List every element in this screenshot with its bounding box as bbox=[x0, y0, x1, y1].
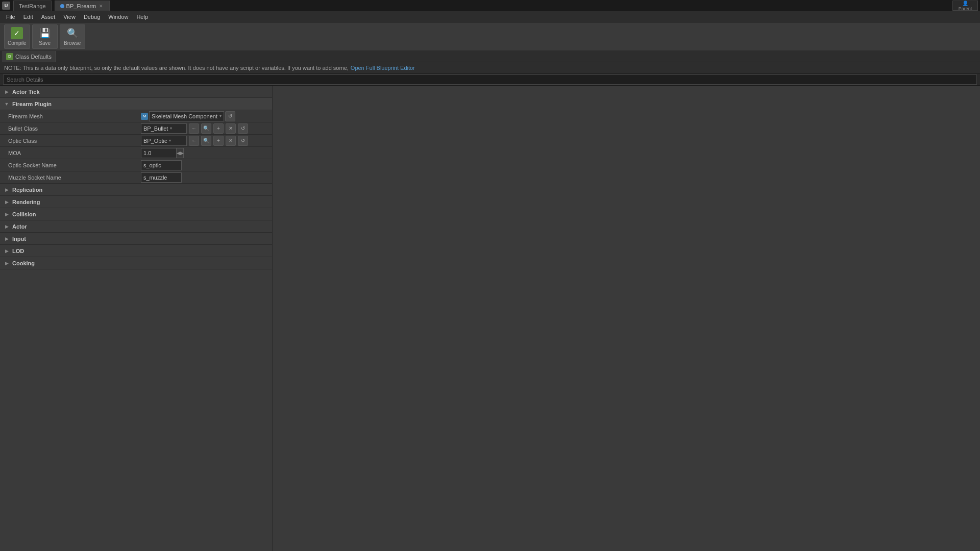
firearm-mesh-dropdown-arrow: ▾ bbox=[219, 114, 222, 118]
menu-debug[interactable]: Debug bbox=[80, 11, 104, 22]
lod-label: LOD bbox=[12, 248, 24, 254]
menu-view[interactable]: View bbox=[59, 11, 80, 22]
save-button[interactable]: 💾 Save bbox=[32, 24, 58, 49]
lod-arrow: ▶ bbox=[3, 247, 10, 255]
search-bar bbox=[0, 73, 980, 86]
menu-window[interactable]: Window bbox=[104, 11, 132, 22]
toolbar: ✓ Compile 💾 Save 🔍 Browse bbox=[0, 22, 980, 51]
browse-button[interactable]: 🔍 Browse bbox=[60, 24, 85, 49]
optic-class-dropdown-arrow: ▾ bbox=[169, 138, 171, 143]
parent-icon: 👤 bbox=[962, 1, 968, 6]
firearm-mesh-reset-button[interactable]: ↺ bbox=[225, 111, 235, 121]
rendering-arrow: ▶ bbox=[3, 198, 10, 206]
bullet-class-dropdown-value: BP_Bullet bbox=[143, 126, 168, 132]
menu-help[interactable]: Help bbox=[132, 11, 152, 22]
bullet-class-add[interactable]: + bbox=[213, 123, 224, 134]
replication-label: Replication bbox=[12, 187, 42, 193]
bullet-class-arrow-left[interactable]: ← bbox=[189, 123, 199, 134]
optic-class-add[interactable]: + bbox=[213, 136, 224, 146]
class-defaults-tab[interactable]: D Class Defaults bbox=[2, 51, 56, 62]
property-optic-socket-name: Optic Socket Name bbox=[0, 159, 272, 171]
moa-label: MOA bbox=[8, 150, 141, 156]
section-collision[interactable]: ▶ Collision bbox=[0, 208, 272, 220]
tab-bar: D Class Defaults bbox=[0, 51, 980, 62]
optic-class-value: BP_Optic ▾ ← 🔍 + ✕ ↺ bbox=[141, 136, 272, 146]
bullet-class-search[interactable]: 🔍 bbox=[201, 123, 211, 134]
compile-button[interactable]: ✓ Compile bbox=[4, 24, 30, 49]
moa-value: ◀▶ bbox=[141, 148, 272, 158]
left-panel: ▶ Actor Tick ▼ Firearm Plugin Firearm Me… bbox=[0, 86, 273, 551]
section-cooking[interactable]: ▶ Cooking bbox=[0, 257, 272, 269]
tab-testrange[interactable]: TestRange bbox=[13, 1, 52, 11]
optic-class-dropdown-value: BP_Optic bbox=[143, 138, 167, 144]
menu-edit[interactable]: Edit bbox=[19, 11, 37, 22]
property-firearm-mesh: Firearm Mesh M Skeletal Mesh Component ▾… bbox=[0, 110, 272, 122]
moa-spin[interactable]: ◀▶ bbox=[177, 148, 184, 158]
moa-number-wrap: ◀▶ bbox=[141, 148, 184, 158]
optic-class-search[interactable]: 🔍 bbox=[201, 136, 211, 146]
tab-testrange-label: TestRange bbox=[19, 3, 46, 9]
replication-arrow: ▶ bbox=[3, 186, 10, 193]
optic-class-undo[interactable]: ↺ bbox=[238, 136, 248, 146]
tab-bp-firearm-label: BP_Firearm bbox=[66, 3, 96, 9]
optic-socket-name-value bbox=[141, 160, 272, 170]
bullet-class-clear[interactable]: ✕ bbox=[226, 123, 236, 134]
note-bar: NOTE: This is a data only blueprint, so … bbox=[0, 62, 980, 73]
optic-socket-name-input[interactable] bbox=[141, 160, 182, 170]
section-replication[interactable]: ▶ Replication bbox=[0, 184, 272, 196]
bullet-class-undo[interactable]: ↺ bbox=[238, 123, 248, 134]
property-optic-class: Optic Class BP_Optic ▾ ← 🔍 + ✕ ↺ bbox=[0, 135, 272, 147]
bullet-class-dropdown[interactable]: BP_Bullet ▾ bbox=[141, 123, 187, 134]
bullet-class-dropdown-arrow: ▾ bbox=[170, 126, 172, 131]
tab-modified-dot bbox=[60, 4, 64, 8]
actor-label: Actor bbox=[12, 223, 27, 230]
firearm-plugin-arrow: ▼ bbox=[3, 101, 10, 108]
section-input[interactable]: ▶ Input bbox=[0, 233, 272, 245]
section-actor[interactable]: ▶ Actor bbox=[0, 220, 272, 233]
collision-label: Collision bbox=[12, 211, 36, 217]
input-arrow: ▶ bbox=[3, 235, 10, 242]
property-moa: MOA ◀▶ bbox=[0, 147, 272, 159]
title-bar: U TestRange BP_Firearm ✕ 👤 Parent bbox=[0, 0, 980, 11]
menu-asset[interactable]: Asset bbox=[37, 11, 60, 22]
input-label: Input bbox=[12, 236, 26, 242]
menu-file[interactable]: File bbox=[2, 11, 19, 22]
optic-class-clear[interactable]: ✕ bbox=[226, 136, 236, 146]
firearm-mesh-dropdown-value: Skeletal Mesh Component bbox=[152, 113, 217, 119]
optic-class-dropdown[interactable]: BP_Optic ▾ bbox=[141, 136, 187, 146]
muzzle-socket-name-input[interactable] bbox=[141, 172, 182, 183]
browse-icon: 🔍 bbox=[66, 27, 79, 39]
firearm-mesh-label: Firearm Mesh bbox=[8, 113, 141, 119]
collision-arrow: ▶ bbox=[3, 211, 10, 218]
open-blueprint-link[interactable]: Open Full Blueprint Editor bbox=[351, 65, 415, 71]
section-firearm-plugin[interactable]: ▼ Firearm Plugin bbox=[0, 98, 272, 110]
bullet-class-label: Bullet Class bbox=[8, 126, 141, 132]
firearm-mesh-select-wrap: M Skeletal Mesh Component ▾ ↺ bbox=[141, 111, 235, 121]
section-rendering[interactable]: ▶ Rendering bbox=[0, 196, 272, 208]
main-content: ▶ Actor Tick ▼ Firearm Plugin Firearm Me… bbox=[0, 86, 980, 551]
optic-class-arrow-left[interactable]: ← bbox=[189, 136, 199, 146]
parent-button[interactable]: 👤 Parent bbox=[952, 1, 978, 11]
firearm-mesh-dropdown[interactable]: Skeletal Mesh Component ▾ bbox=[149, 111, 224, 121]
optic-class-label: Optic Class bbox=[8, 138, 141, 144]
search-input[interactable] bbox=[3, 74, 977, 85]
section-lod[interactable]: ▶ LOD bbox=[0, 245, 272, 257]
property-muzzle-socket-name: Muzzle Socket Name bbox=[0, 171, 272, 184]
section-actor-tick[interactable]: ▶ Actor Tick bbox=[0, 86, 272, 98]
class-defaults-icon: D bbox=[6, 53, 13, 60]
tab-close-button[interactable]: ✕ bbox=[98, 3, 104, 9]
muzzle-socket-name-label: Muzzle Socket Name bbox=[8, 174, 141, 181]
right-panel bbox=[273, 86, 980, 551]
cooking-label: Cooking bbox=[12, 260, 35, 266]
firearm-mesh-value: M Skeletal Mesh Component ▾ ↺ bbox=[141, 111, 272, 121]
actor-tick-arrow: ▶ bbox=[3, 88, 10, 95]
save-icon: 💾 bbox=[39, 27, 51, 39]
optic-socket-name-label: Optic Socket Name bbox=[8, 162, 141, 168]
moa-input[interactable] bbox=[141, 148, 177, 158]
mesh-icon: M bbox=[141, 113, 148, 120]
tab-bp-firearm[interactable]: BP_Firearm ✕ bbox=[55, 1, 110, 11]
firearm-plugin-label: Firearm Plugin bbox=[12, 101, 52, 107]
rendering-label: Rendering bbox=[12, 199, 40, 205]
actor-arrow: ▶ bbox=[3, 223, 10, 230]
save-label: Save bbox=[39, 40, 51, 46]
